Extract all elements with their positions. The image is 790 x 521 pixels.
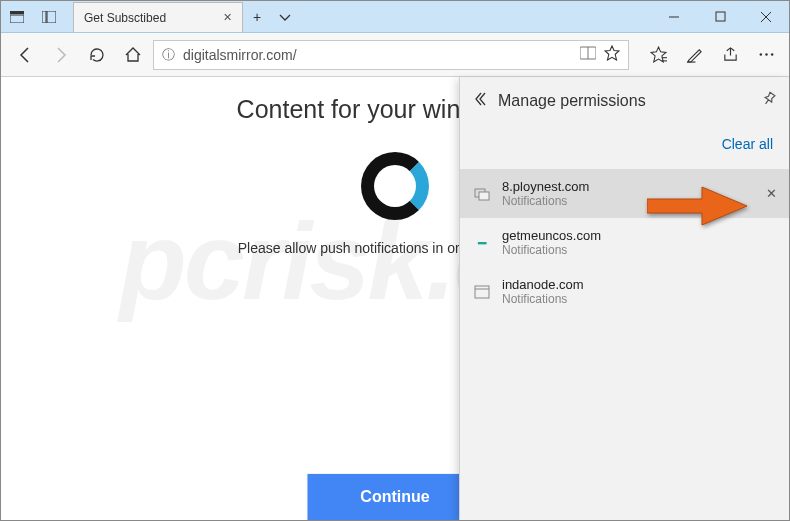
- close-tab-icon[interactable]: ✕: [223, 11, 232, 24]
- site-icon: ━: [472, 233, 492, 253]
- permission-item[interactable]: indanode.com Notifications: [460, 267, 789, 316]
- tab-title: Get Subsctibed: [84, 11, 223, 25]
- tab-dropdown-icon[interactable]: [271, 2, 299, 32]
- svg-rect-3: [47, 11, 56, 23]
- permission-type: Notifications: [502, 243, 777, 257]
- loading-spinner-icon: [361, 152, 429, 220]
- svg-rect-17: [479, 192, 489, 200]
- permission-type: Notifications: [502, 292, 777, 306]
- forward-button[interactable]: [45, 39, 77, 71]
- pin-icon[interactable]: [761, 91, 777, 111]
- titlebar-left-icons: [1, 1, 65, 32]
- permissions-panel: Manage permissions Clear all 8.ploynest.…: [459, 77, 789, 520]
- tab-strip: Get Subsctibed ✕ +: [65, 1, 651, 32]
- svg-point-15: [770, 53, 772, 55]
- browser-tab[interactable]: Get Subsctibed ✕: [73, 2, 243, 32]
- minimize-button[interactable]: [651, 1, 697, 32]
- maximize-button[interactable]: [697, 1, 743, 32]
- site-icon: [472, 282, 492, 302]
- reading-view-icon[interactable]: [580, 46, 596, 63]
- site-info-icon[interactable]: ⓘ: [162, 46, 175, 64]
- panel-header: Manage permissions: [460, 77, 789, 125]
- svg-point-14: [765, 53, 767, 55]
- set-aside-tabs-button[interactable]: [33, 1, 65, 32]
- home-button[interactable]: [117, 39, 149, 71]
- addressbar: ⓘ digitalsmirror.com/: [1, 33, 789, 77]
- svg-point-13: [759, 53, 761, 55]
- permission-text: 8.ploynest.com Notifications: [502, 179, 756, 208]
- toolbar-right: [643, 39, 781, 71]
- panel-back-icon[interactable]: [472, 91, 488, 111]
- permission-item[interactable]: 8.ploynest.com Notifications ✕: [460, 169, 789, 218]
- permission-type: Notifications: [502, 194, 756, 208]
- clear-all-link[interactable]: Clear all: [722, 136, 773, 152]
- svg-rect-18: [475, 286, 489, 298]
- url-input[interactable]: ⓘ digitalsmirror.com/: [153, 40, 629, 70]
- notes-icon[interactable]: [679, 39, 709, 71]
- svg-rect-0: [10, 11, 24, 14]
- remove-permission-icon[interactable]: ✕: [766, 186, 777, 201]
- permission-text: indanode.com Notifications: [502, 277, 777, 306]
- permission-site: getmeuncos.com: [502, 228, 777, 243]
- close-window-button[interactable]: [743, 1, 789, 32]
- permission-site: indanode.com: [502, 277, 777, 292]
- share-icon[interactable]: [715, 39, 745, 71]
- more-icon[interactable]: [751, 39, 781, 71]
- panel-title: Manage permissions: [498, 92, 751, 110]
- permission-item[interactable]: ━ getmeuncos.com Notifications: [460, 218, 789, 267]
- svg-rect-1: [10, 15, 24, 23]
- url-text: digitalsmirror.com/: [183, 47, 572, 63]
- clear-all-row: Clear all: [460, 125, 789, 169]
- window-controls: [651, 1, 789, 32]
- favorites-list-icon[interactable]: [643, 39, 673, 71]
- favorite-icon[interactable]: [604, 45, 620, 64]
- svg-rect-5: [716, 12, 725, 21]
- svg-rect-2: [42, 11, 46, 23]
- refresh-button[interactable]: [81, 39, 113, 71]
- permission-site: 8.ploynest.com: [502, 179, 756, 194]
- new-tab-button[interactable]: +: [243, 2, 271, 32]
- back-button[interactable]: [9, 39, 41, 71]
- tabs-thumbnail-button[interactable]: [1, 1, 33, 32]
- titlebar: Get Subsctibed ✕ +: [1, 1, 789, 33]
- permissions-list: 8.ploynest.com Notifications ✕ ━ getmeun…: [460, 169, 789, 316]
- continue-button[interactable]: Continue: [308, 474, 483, 520]
- permission-text: getmeuncos.com Notifications: [502, 228, 777, 257]
- site-icon: [472, 184, 492, 204]
